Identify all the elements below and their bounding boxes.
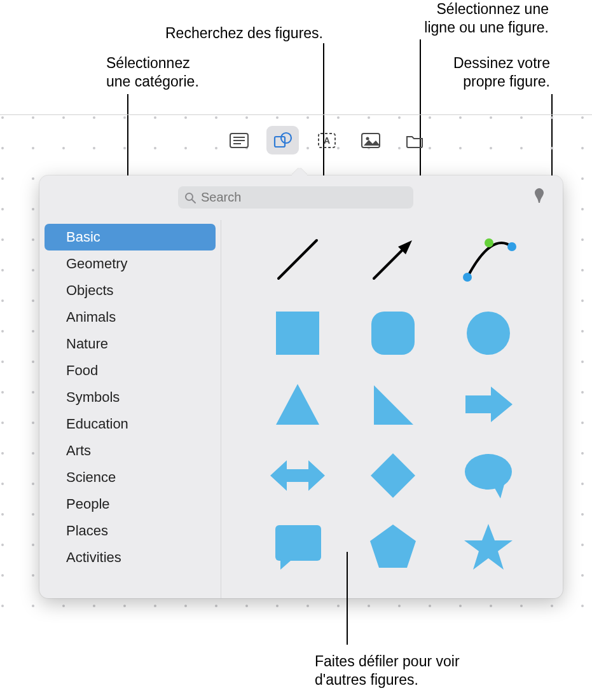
- svg-point-7: [281, 133, 291, 143]
- category-activities[interactable]: Activities: [39, 544, 221, 571]
- triangle-icon: [272, 380, 323, 429]
- category-objects[interactable]: Objects: [39, 277, 221, 304]
- pen-icon: [531, 187, 547, 205]
- shape-square[interactable]: [266, 301, 329, 365]
- text-box-button[interactable]: A: [310, 126, 343, 154]
- svg-line-14: [279, 240, 317, 278]
- svg-marker-32: [370, 525, 416, 568]
- category-label: Symbols: [66, 389, 120, 406]
- category-places[interactable]: Places: [39, 518, 221, 544]
- category-nature[interactable]: Nature: [39, 331, 221, 357]
- search-input[interactable]: [200, 189, 407, 205]
- category-label: People: [66, 496, 110, 512]
- callout-select-line-shape: Sélectionnez une ligne ou une figure.: [369, 0, 549, 37]
- search-field[interactable]: [178, 186, 413, 209]
- circle-icon: [464, 309, 513, 357]
- shapes-icon: [273, 132, 293, 149]
- folder-button[interactable]: [398, 126, 430, 154]
- square-icon: [273, 309, 322, 357]
- category-geometry[interactable]: Geometry: [39, 250, 221, 277]
- category-science[interactable]: Science: [39, 464, 221, 491]
- insert-toolbar: A: [223, 126, 430, 154]
- callout-select-category: Sélectionnez une catégorie.: [106, 54, 199, 91]
- callout-scroll-more: Faites défiler pour voir d'autres figure…: [315, 652, 460, 689]
- category-label: Places: [66, 523, 108, 539]
- text-layout-icon: [230, 133, 249, 148]
- shape-right-arrow[interactable]: [457, 373, 520, 436]
- line-icon: [272, 234, 323, 285]
- leader-line: [347, 552, 348, 645]
- svg-marker-23: [276, 384, 319, 425]
- search-icon: [184, 192, 196, 203]
- curve-icon: [460, 234, 517, 285]
- svg-marker-26: [270, 460, 325, 491]
- svg-point-17: [463, 273, 472, 282]
- svg-point-18: [507, 242, 516, 251]
- svg-rect-21: [371, 312, 415, 355]
- diamond-icon: [368, 451, 418, 500]
- category-label: Geometry: [66, 256, 128, 272]
- category-label: Animals: [66, 309, 116, 326]
- shape-right-triangle[interactable]: [361, 373, 425, 436]
- category-symbols[interactable]: Symbols: [39, 384, 221, 411]
- category-label: Education: [66, 416, 128, 432]
- quote-bubble-icon: [272, 523, 324, 571]
- shape-speech-bubble[interactable]: [457, 444, 520, 507]
- shape-diamond[interactable]: [361, 444, 425, 507]
- text-box-icon: A: [317, 132, 337, 149]
- svg-point-11: [366, 137, 369, 140]
- svg-marker-33: [464, 524, 513, 570]
- folder-icon: [405, 133, 424, 148]
- category-label: Basic: [66, 229, 100, 245]
- draw-shape-button[interactable]: [531, 187, 547, 205]
- category-people[interactable]: People: [39, 491, 221, 518]
- speech-bubble-icon: [462, 451, 514, 500]
- right-triangle-icon: [369, 380, 417, 429]
- callout-draw-own: Dessinez votre propre figure.: [401, 54, 550, 91]
- category-basic[interactable]: Basic: [45, 224, 216, 250]
- svg-marker-27: [371, 453, 415, 498]
- shape-pentagon[interactable]: [361, 515, 425, 579]
- double-arrow-icon: [268, 455, 327, 496]
- popover-arrow: [292, 168, 307, 175]
- svg-rect-30: [275, 525, 321, 561]
- media-button[interactable]: [354, 126, 387, 154]
- category-arts[interactable]: Arts: [39, 437, 221, 464]
- category-education[interactable]: Education: [39, 411, 221, 437]
- pentagon-icon: [368, 522, 418, 572]
- svg-marker-24: [374, 385, 413, 425]
- rounded-square-icon: [369, 309, 417, 357]
- arrow-line-icon: [368, 234, 418, 285]
- callout-search-shapes: Recherchez des figures.: [120, 24, 323, 43]
- media-icon: [361, 132, 381, 149]
- svg-marker-25: [465, 387, 513, 422]
- category-label: Objects: [66, 282, 114, 299]
- category-label: Nature: [66, 336, 108, 352]
- shape-triangle[interactable]: [266, 373, 329, 436]
- category-label: Food: [66, 362, 98, 379]
- shape-quote-bubble[interactable]: [266, 515, 329, 579]
- right-arrow-icon: [462, 383, 515, 426]
- shapes-button[interactable]: [266, 126, 299, 154]
- shapes-popover: Basic Geometry Objects Animals Nature Fo…: [39, 175, 563, 598]
- category-animals[interactable]: Animals: [39, 304, 221, 331]
- svg-point-22: [467, 312, 510, 355]
- category-label: Science: [66, 469, 116, 486]
- shape-circle[interactable]: [457, 301, 520, 365]
- svg-text:A: A: [323, 135, 329, 146]
- svg-point-19: [485, 238, 493, 247]
- category-label: Activities: [66, 549, 121, 566]
- star-icon: [462, 521, 515, 572]
- text-layout-button[interactable]: [223, 126, 255, 154]
- shapes-grid: [221, 220, 563, 598]
- shape-curve[interactable]: [457, 228, 520, 291]
- category-label: Arts: [66, 443, 91, 459]
- shape-arrow-line[interactable]: [361, 228, 425, 291]
- shape-double-arrow[interactable]: [266, 444, 329, 507]
- shape-rounded-square[interactable]: [361, 301, 425, 365]
- svg-marker-31: [280, 561, 291, 570]
- category-food[interactable]: Food: [39, 357, 221, 384]
- shape-star[interactable]: [457, 515, 520, 579]
- shape-line[interactable]: [266, 228, 329, 291]
- svg-point-28: [465, 454, 512, 490]
